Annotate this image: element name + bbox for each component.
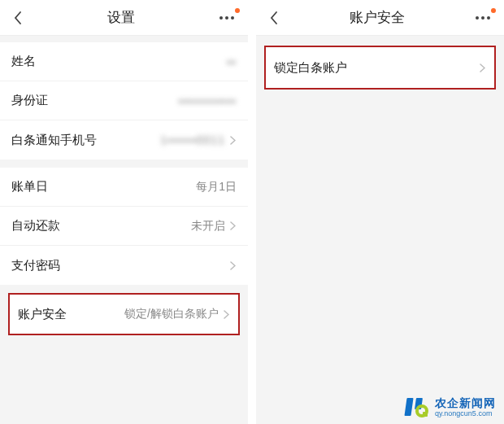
logo-icon <box>404 396 430 417</box>
row-name[interactable]: 姓名 ▪▪ <box>0 42 248 81</box>
lock-account-highlight: 锁定白条账户 <box>264 46 496 90</box>
more-icon <box>476 16 490 20</box>
row-idcard[interactable]: 身份证 ▪▪▪▪▪▪▪▪▪▪▪▪ <box>0 81 248 120</box>
row-label: 锁定白条账户 <box>274 60 347 76</box>
back-button[interactable] <box>266 10 282 26</box>
row-label: 自动还款 <box>11 218 60 234</box>
row-value: 1▪▪▪▪▪▪0011 <box>160 133 225 146</box>
header: 设置 <box>0 0 248 36</box>
row-value: 每月1日 <box>196 180 237 195</box>
row-label: 账户安全 <box>18 307 67 322</box>
account-security-highlight: 账户安全 锁定/解锁白条账户 <box>8 293 240 335</box>
logo-text-url: qy.nongcun5.com <box>435 410 496 417</box>
page-title: 设置 <box>26 8 215 27</box>
page-title: 账户安全 <box>282 8 471 27</box>
notification-dot <box>491 8 496 13</box>
watermark-logo: 农企新闻网 qy.nongcun5.com <box>404 396 496 417</box>
row-lock-account[interactable]: 锁定白条账户 <box>266 47 494 88</box>
chevron-right-icon <box>480 63 486 72</box>
row-label: 身份证 <box>11 93 48 108</box>
notification-dot <box>235 8 240 13</box>
row-label: 姓名 <box>11 54 36 69</box>
row-label: 白条通知手机号 <box>11 133 97 148</box>
chevron-right-icon <box>230 135 237 145</box>
row-value: ▪▪ <box>227 55 237 68</box>
settings-screen: 设置 姓名 ▪▪ 身份证 ▪▪▪▪▪▪▪▪▪▪▪▪ <box>0 0 248 424</box>
more-button[interactable] <box>215 10 238 26</box>
identity-group: 姓名 ▪▪ 身份证 ▪▪▪▪▪▪▪▪▪▪▪▪ 白条通知手机号 1▪▪▪▪▪▪00… <box>0 42 248 160</box>
more-icon <box>219 16 234 20</box>
row-account-security[interactable]: 账户安全 锁定/解锁白条账户 <box>10 295 238 334</box>
row-autorepay[interactable]: 自动还款 未开启 <box>0 207 248 246</box>
account-security-screen: 账户安全 锁定白条账户 农 <box>256 0 504 424</box>
row-phone[interactable]: 白条通知手机号 1▪▪▪▪▪▪0011 <box>0 120 248 160</box>
back-button[interactable] <box>10 10 26 26</box>
more-button[interactable] <box>471 10 494 26</box>
row-label: 支付密码 <box>11 258 60 273</box>
row-paypwd[interactable]: 支付密码 <box>0 246 248 285</box>
chevron-right-icon <box>230 260 237 270</box>
logo-text-cn: 农企新闻网 <box>435 397 496 409</box>
chevron-right-icon <box>224 309 230 319</box>
row-value: 未开启 <box>191 219 225 234</box>
chevron-right-icon <box>230 221 237 231</box>
header: 账户安全 <box>256 0 504 36</box>
row-value: 锁定/解锁白条账户 <box>124 307 219 321</box>
billing-group: 账单日 每月1日 自动还款 未开启 支付密码 <box>0 168 248 285</box>
row-billday[interactable]: 账单日 每月1日 <box>0 168 248 207</box>
row-label: 账单日 <box>11 179 48 195</box>
row-value: ▪▪▪▪▪▪▪▪▪▪▪▪ <box>178 94 237 107</box>
